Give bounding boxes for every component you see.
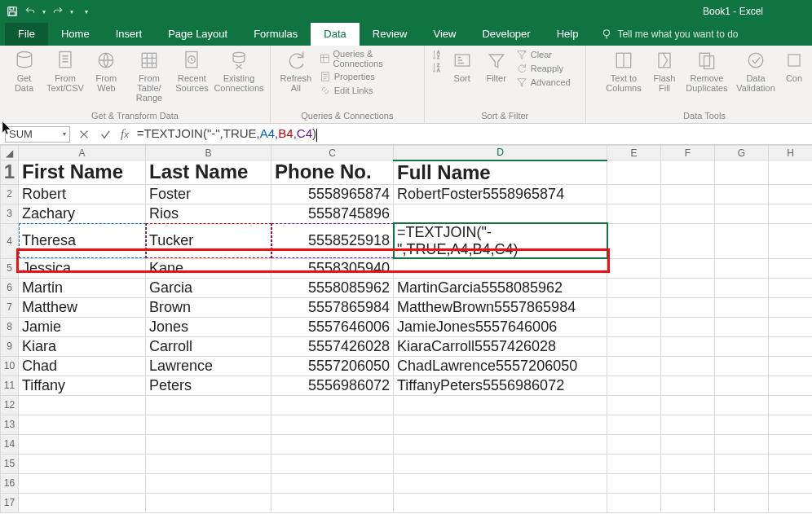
row-header[interactable]: 10 bbox=[1, 356, 19, 376]
row-header[interactable]: 1 bbox=[1, 160, 19, 185]
from-table-range-button[interactable]: From Table/ Range bbox=[129, 49, 170, 103]
undo-icon[interactable] bbox=[24, 6, 36, 17]
row-header[interactable]: 3 bbox=[1, 204, 19, 223]
row-header[interactable]: 14 bbox=[1, 434, 19, 454]
column-header-h[interactable]: H bbox=[769, 146, 813, 160]
grid-cell[interactable]: 5558745896 bbox=[271, 204, 394, 223]
grid-cell[interactable]: Carroll bbox=[146, 336, 271, 356]
text-to-columns-button[interactable]: Text to Columns bbox=[603, 49, 644, 93]
tell-me-search[interactable]: Tell me what you want to do bbox=[601, 23, 738, 46]
grid-cell[interactable]: TiffanyPeters5556986072 bbox=[394, 376, 607, 395]
column-header-g[interactable]: G bbox=[715, 146, 769, 160]
grid-cell[interactable]: 5558525918 bbox=[271, 223, 394, 258]
grid-cell[interactable]: Theresa bbox=[19, 223, 146, 258]
chevron-down-icon[interactable]: ▾ bbox=[42, 8, 46, 15]
grid-cell[interactable]: 5557646006 bbox=[271, 317, 394, 336]
existing-connections-button[interactable]: Existing Connections bbox=[214, 49, 263, 93]
grid-cell[interactable]: 5557865984 bbox=[271, 297, 394, 317]
grid-cell[interactable]: JamieJones5557646006 bbox=[394, 317, 607, 336]
row-header[interactable]: 17 bbox=[1, 493, 19, 512]
tab-view[interactable]: View bbox=[420, 23, 469, 46]
properties-button[interactable]: Properties bbox=[320, 71, 417, 82]
grid-cell[interactable]: Brown bbox=[146, 297, 271, 317]
tab-data[interactable]: Data bbox=[311, 23, 359, 46]
column-header-b[interactable]: B bbox=[146, 146, 271, 160]
grid-cell[interactable]: Matthew bbox=[19, 297, 146, 317]
tab-review[interactable]: Review bbox=[360, 23, 421, 46]
sort-za-button[interactable]: ZA bbox=[431, 62, 443, 73]
grid-cell[interactable]: 5557426028 bbox=[271, 336, 394, 356]
data-validation-button[interactable]: Data Validation bbox=[734, 49, 778, 93]
tab-file[interactable]: File bbox=[5, 23, 48, 46]
tab-page-layout[interactable]: Page Layout bbox=[155, 23, 241, 46]
grid-cell[interactable]: 5557206050 bbox=[271, 356, 394, 376]
row-header[interactable]: 6 bbox=[1, 278, 19, 297]
column-header-c[interactable]: C bbox=[271, 146, 394, 160]
column-header-a[interactable]: A bbox=[19, 146, 146, 160]
from-web-button[interactable]: From Web bbox=[89, 49, 124, 93]
row-header[interactable]: 9 bbox=[1, 336, 19, 356]
tab-developer[interactable]: Developer bbox=[469, 23, 543, 46]
row-header[interactable]: 8 bbox=[1, 317, 19, 336]
grid-cell[interactable]: Foster bbox=[146, 184, 271, 204]
row-header[interactable]: 15 bbox=[1, 454, 19, 473]
grid-cell[interactable]: Chad bbox=[19, 356, 146, 376]
grid-cell[interactable]: Jessica bbox=[19, 258, 146, 278]
grid-cell[interactable]: ChadLawrence5557206050 bbox=[394, 356, 607, 376]
grid-cell[interactable]: MartinGarcia5558085962 bbox=[394, 278, 607, 297]
grid-cell[interactable]: Kiara bbox=[19, 336, 146, 356]
grid-cell[interactable] bbox=[394, 258, 607, 278]
row-header[interactable]: 13 bbox=[1, 415, 19, 434]
grid-cell[interactable]: 5558305940 bbox=[271, 258, 394, 278]
remove-duplicates-button[interactable]: Remove Duplicates bbox=[685, 49, 729, 93]
save-icon[interactable] bbox=[7, 6, 18, 17]
column-header-e[interactable]: E bbox=[607, 146, 661, 160]
grid-cell[interactable]: Zachary bbox=[19, 204, 146, 223]
grid-cell[interactable]: Full Name bbox=[394, 160, 607, 185]
grid-cell[interactable]: KiaraCarroll5557426028 bbox=[394, 336, 607, 356]
flash-fill-button[interactable]: Flash Fill bbox=[649, 49, 680, 93]
column-header-f[interactable]: F bbox=[661, 146, 715, 160]
filter-button[interactable]: Filter bbox=[482, 49, 511, 83]
reapply-filter-button[interactable]: Reapply bbox=[516, 63, 571, 74]
name-box[interactable]: SUM ▾ bbox=[5, 126, 70, 143]
grid-cell[interactable]: Garcia bbox=[146, 278, 271, 297]
column-header-d[interactable]: D bbox=[394, 146, 607, 160]
qat-customize-icon[interactable]: ▾ bbox=[85, 8, 88, 15]
row-header[interactable]: 5 bbox=[1, 258, 19, 278]
tab-home[interactable]: Home bbox=[48, 23, 103, 46]
row-header[interactable]: 11 bbox=[1, 376, 19, 395]
redo-icon[interactable] bbox=[52, 6, 64, 17]
from-text-csv-button[interactable]: From Text/CSV bbox=[46, 49, 84, 93]
grid-cell[interactable] bbox=[394, 204, 607, 223]
grid-cell[interactable]: Jones bbox=[146, 317, 271, 336]
grid-cell[interactable]: Kane bbox=[146, 258, 271, 278]
grid-cell[interactable]: 5558965874 bbox=[271, 184, 394, 204]
select-all-triangle[interactable]: ◢ bbox=[1, 146, 19, 160]
row-header[interactable]: 16 bbox=[1, 473, 19, 493]
refresh-all-button[interactable]: Refresh All bbox=[277, 49, 315, 93]
get-data-button[interactable]: Get Data bbox=[7, 49, 42, 93]
grid-cell[interactable] bbox=[715, 160, 769, 185]
grid-cell[interactable]: Peters bbox=[146, 376, 271, 395]
chevron-down-icon[interactable]: ▾ bbox=[63, 130, 66, 138]
row-header[interactable]: 7 bbox=[1, 297, 19, 317]
active-cell-editing[interactable]: =TEXTJOIN("-",TRUE,A4,B4,C4) bbox=[394, 223, 607, 258]
grid-cell[interactable] bbox=[607, 160, 661, 185]
tab-insert[interactable]: Insert bbox=[103, 23, 156, 46]
row-header[interactable]: 2 bbox=[1, 184, 19, 204]
tab-help[interactable]: Help bbox=[544, 23, 592, 46]
row-header[interactable]: 12 bbox=[1, 395, 19, 415]
grid-cell[interactable]: Martin bbox=[19, 278, 146, 297]
grid-cell[interactable]: MatthewBrown5557865984 bbox=[394, 297, 607, 317]
grid-cell[interactable]: Tiffany bbox=[19, 376, 146, 395]
sort-button[interactable]: Sort bbox=[448, 49, 477, 83]
worksheet-grid[interactable]: ◢ A B C D E F G H 1 First Name Last Name… bbox=[0, 145, 812, 514]
grid-cell[interactable]: Robert bbox=[19, 184, 146, 204]
row-header[interactable]: 4 bbox=[1, 223, 19, 258]
clear-filter-button[interactable]: Clear bbox=[516, 49, 571, 60]
grid-cell[interactable]: Last Name bbox=[146, 160, 271, 185]
advanced-filter-button[interactable]: Advanced bbox=[516, 77, 571, 88]
fx-icon[interactable]: fx bbox=[121, 127, 129, 141]
grid-cell[interactable]: Tucker bbox=[146, 223, 271, 258]
